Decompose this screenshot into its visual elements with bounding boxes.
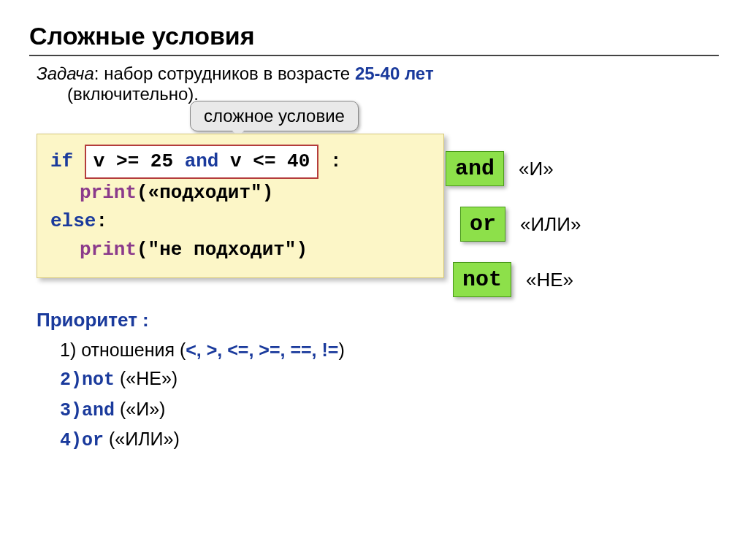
- p3-desc: («И»): [120, 399, 165, 419]
- else-colon: :: [96, 210, 107, 232]
- op-row-and: and «И»: [446, 151, 738, 186]
- op-row-not: not «НЕ»: [453, 262, 738, 297]
- kw-else: else: [50, 210, 96, 232]
- p2-kw: not: [82, 369, 115, 391]
- p2-desc: («НЕ»): [120, 368, 178, 388]
- p3-kw: and: [82, 400, 115, 421]
- cond-part1: v >= 25: [94, 150, 185, 172]
- priority-item-3: 3)and («И»): [60, 395, 719, 426]
- task-sub: (включительно).: [67, 84, 719, 104]
- task-label: Задача: [37, 64, 94, 83]
- print1-fn: print: [80, 182, 137, 204]
- p1-post: ): [338, 340, 344, 360]
- badge-or: or: [460, 207, 505, 242]
- priority-list: 1) отношения (<, >, <=, >=, ==, !=) 2)no…: [60, 336, 719, 456]
- desc-and: «И»: [519, 158, 554, 180]
- badge-and: and: [446, 151, 504, 186]
- op-row-or: or «ИЛИ»: [460, 207, 738, 242]
- badge-not: not: [453, 262, 511, 297]
- code-block: if v >= 25 and v <= 40 : print(«подходит…: [37, 134, 444, 278]
- desc-or: «ИЛИ»: [520, 213, 581, 236]
- print1-args: («подходит"): [137, 182, 273, 204]
- p2-num: 2): [60, 369, 82, 391]
- cond-and: and: [185, 150, 219, 172]
- p4-num: 4): [60, 430, 82, 451]
- print2-fn: print: [80, 239, 137, 261]
- priority-item-1: 1) отношения (<, >, <=, >=, ==, !=): [60, 336, 719, 364]
- callout-label: сложное условие: [190, 101, 359, 131]
- colon: :: [318, 150, 341, 172]
- p4-kw: or: [82, 430, 104, 451]
- p1-pre: 1) отношения (: [60, 340, 186, 360]
- operator-column: and «И» or «ИЛИ» not «НЕ»: [446, 151, 738, 318]
- task-highlight: 25-40 лет: [355, 64, 434, 83]
- page-title: Сложные условия: [29, 22, 719, 50]
- divider: [29, 55, 719, 56]
- priority-section: Приоритет : 1) отношения (<, >, <=, >=, …: [37, 309, 719, 456]
- kw-if: if: [50, 150, 73, 172]
- desc-not: «НЕ»: [526, 269, 573, 291]
- p3-num: 3): [60, 400, 82, 421]
- p4-desc: («ИЛИ»): [109, 429, 180, 449]
- task-text: Задача: набор сотрудников в возрасте 25-…: [37, 64, 719, 104]
- priority-item-2: 2)not («НЕ»): [60, 364, 719, 395]
- p1-ops: <, >, <=, >=, ==, !=: [186, 340, 338, 360]
- print2-args: ("не подходит"): [137, 239, 308, 261]
- condition-box: v >= 25 and v <= 40: [85, 145, 318, 179]
- priority-item-4: 4)or («ИЛИ»): [60, 425, 719, 456]
- task-body: : набор сотрудников в возрасте: [94, 64, 355, 83]
- cond-part2: v <= 40: [218, 150, 310, 172]
